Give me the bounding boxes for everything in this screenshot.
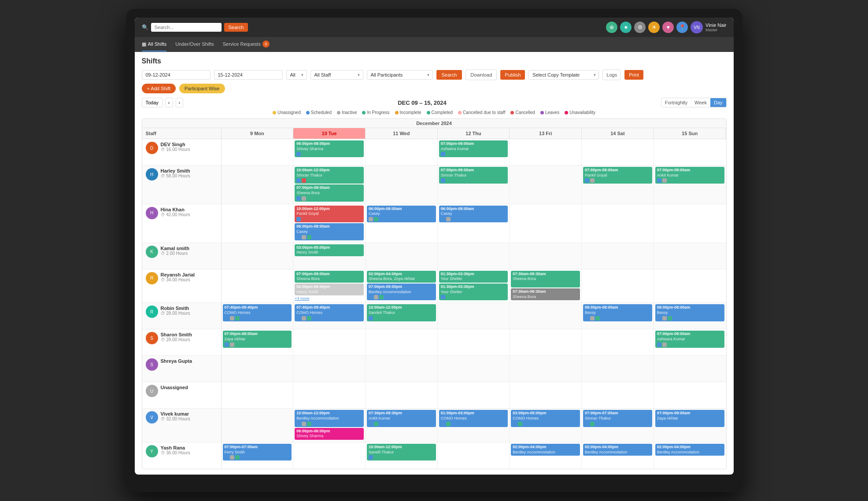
day-cell-thu[interactable]: 07:00pm-09:00amSimran Thakur	[438, 166, 510, 204]
day-cell-sat[interactable]	[582, 243, 654, 269]
day-cell-fri[interactable]	[510, 303, 582, 329]
day-cell-mon[interactable]	[222, 139, 294, 165]
shift-block[interactable]: 01:00pm-03:00pmCOMO Homes	[439, 410, 508, 427]
date-to-input[interactable]	[214, 70, 283, 80]
day-cell-wed[interactable]	[366, 243, 438, 269]
day-cell-sat[interactable]: 09:00pm-08:00amBessy	[582, 303, 654, 329]
shift-block[interactable]: 04:00pm-06:00pmHenry Smith	[295, 284, 364, 295]
day-cell-thu[interactable]: 01:00pm-03:00pmCOMO Homes	[438, 409, 510, 442]
copy-template-select[interactable]: Select Copy Template	[528, 70, 599, 80]
logs-button[interactable]: Logs	[602, 70, 621, 80]
day-cell-mon[interactable]	[222, 204, 294, 243]
view-fortnightly[interactable]: Fortnightly	[661, 98, 691, 107]
day-cell-sun[interactable]	[654, 139, 726, 165]
day-cell-tue[interactable]: 03:00pm-05:00pmHenry Smith	[293, 243, 366, 269]
shift-block[interactable]: 02:00pm-04:00pmBentley Accommodation	[655, 444, 725, 456]
day-cell-mon[interactable]	[222, 269, 294, 303]
day-cell-fri[interactable]: 02:00pm-04:00pmBentley Accommodation	[510, 442, 582, 469]
day-cell-mon[interactable]: 07:40pm-09:40pmCOMO Homes	[222, 303, 294, 329]
shift-block[interactable]: 07:00pm-07:00amSimran Thakur	[583, 410, 652, 427]
day-cell-tue[interactable]: 06:00pm-08:00pmShivey Sharma	[293, 139, 366, 165]
day-cell-mon[interactable]: 07:00pm-08:00amZaya Akhtar	[222, 329, 294, 355]
shift-block[interactable]: 06:00pm-08:00amCasey	[367, 206, 436, 222]
shift-block[interactable]: 07:00pm-09:00amSimran Thakur	[439, 167, 508, 184]
day-cell-mon[interactable]	[222, 382, 294, 408]
shift-block[interactable]: 03:00pm-05:00pmHenry Smith	[295, 244, 364, 256]
shift-block[interactable]: 07:00pm-07:00amFerry Smith	[223, 444, 292, 460]
day-cell-mon[interactable]	[222, 356, 294, 382]
day-cell-tue[interactable]: 10:00am-12:00pmSimran Thakur07:00pm-09:0…	[293, 166, 366, 204]
shift-block[interactable]: 06:00pm-08:00pmShivey Sharma	[295, 140, 364, 157]
day-cell-tue[interactable]: 07:40pm-09:40pmCOMO Homes	[293, 303, 366, 329]
day-cell-sun[interactable]: 02:00pm-04:00pmBentley Accommodation	[654, 442, 726, 469]
day-cell-thu[interactable]	[438, 303, 510, 329]
day-cell-wed[interactable]	[366, 382, 438, 408]
shift-block[interactable]: 02:00pm-04:00pmBentley Accommodation	[511, 444, 580, 456]
nav-icon-2[interactable]: ★	[620, 22, 632, 33]
nav-icon-3[interactable]: ⚙	[634, 22, 646, 33]
day-cell-sat[interactable]	[582, 329, 654, 355]
shift-block[interactable]: 07:00pm-09:00amSheena Bora	[295, 271, 364, 283]
all-select[interactable]: All	[286, 70, 307, 80]
publish-button[interactable]: Publish	[500, 70, 525, 80]
day-cell-thu[interactable]: 07:00pm-09:00amAshwera Kumar	[438, 139, 510, 165]
shift-block[interactable]: 07:00pm-09:00amAshwera Kumar	[439, 140, 508, 157]
shift-block[interactable]: 02:00pm-04:00pmBentley Accommodation	[583, 444, 652, 456]
day-cell-sat[interactable]: 02:00pm-04:00pmBentley Accommodation	[582, 442, 654, 469]
day-cell-tue[interactable]	[293, 382, 366, 408]
day-cell-fri[interactable]	[510, 382, 582, 408]
day-cell-wed[interactable]: 06:00pm-08:00amCasey	[366, 204, 438, 243]
day-cell-wed[interactable]	[366, 329, 438, 355]
shift-block[interactable]: 07:00pm-09:00amZaya Akhtar	[655, 410, 725, 427]
day-cell-sat[interactable]	[582, 382, 654, 408]
day-cell-fri[interactable]: 07:30am-09:30amSheena Bora07:30am-09:30a…	[510, 269, 582, 303]
day-cell-sun[interactable]	[654, 269, 726, 303]
participant-wise-button[interactable]: Participant Wise	[179, 84, 225, 93]
day-cell-fri[interactable]	[510, 356, 582, 382]
day-cell-wed[interactable]	[366, 356, 438, 382]
shift-block[interactable]: 07:40pm-09:40pmCOMO Homes	[223, 304, 292, 321]
day-cell-thu[interactable]	[438, 329, 510, 355]
day-cell-mon[interactable]: 07:00pm-07:00amFerry Smith	[222, 442, 294, 469]
print-button[interactable]: Print	[624, 70, 643, 80]
shift-block[interactable]: 10:00am-12:00pmPankil Goyal	[295, 206, 364, 222]
day-cell-sun[interactable]: 09:00pm-08:00amBessy	[654, 303, 726, 329]
view-day[interactable]: Day	[710, 98, 726, 107]
staff-select[interactable]: All Staff	[310, 70, 363, 80]
shift-block[interactable]: 06:00pm-06:00pmShivey Sharma	[295, 428, 364, 440]
day-cell-wed[interactable]: 07:30pm-09:30pmAnkit Kumar	[366, 409, 438, 442]
day-cell-tue[interactable]: 07:00pm-09:00amSheena Bora04:00pm-06:00p…	[293, 269, 366, 303]
day-cell-sun[interactable]	[654, 204, 726, 243]
day-cell-sat[interactable]	[582, 356, 654, 382]
day-cell-tue[interactable]: 10:00am-12:00pmPankil Goyal06:00pm-08:00…	[293, 204, 366, 243]
nav-icon-1[interactable]: ⊕	[606, 22, 617, 33]
shift-block[interactable]: 07:40pm-09:40pmCOMO Homes	[295, 304, 364, 321]
day-cell-mon[interactable]	[222, 243, 294, 269]
day-cell-sun[interactable]: 07:00pm-09:00amZaya Akhtar	[654, 409, 726, 442]
day-cell-tue[interactable]	[293, 329, 366, 355]
shift-block[interactable]: 06:00pm-08:00amCasey	[295, 223, 364, 240]
day-cell-tue[interactable]	[293, 442, 366, 469]
participants-select[interactable]: All Participants	[367, 70, 433, 80]
shift-block[interactable]: 01:30pm-03:30pmYour Shelter	[439, 284, 508, 300]
day-cell-tue[interactable]: 10:00am-12:00pmBentley Accommodation06:0…	[293, 409, 366, 442]
today-button[interactable]: Today	[142, 98, 163, 107]
nav-icon-5[interactable]: ♥	[662, 22, 674, 33]
shift-block[interactable]: 07:00pm-09:00pmBentley Accommodation	[367, 284, 436, 300]
day-cell-wed[interactable]	[366, 139, 438, 165]
shift-block[interactable]: 09:00pm-08:00amBessy	[583, 304, 652, 321]
nav-icon-6[interactable]: 📍	[676, 22, 688, 33]
shift-block[interactable]: 07:00pm-09:00amAshwara Kumar	[655, 331, 725, 347]
subnav-under-over[interactable]: Under/Over Shifts	[175, 38, 214, 51]
day-cell-thu[interactable]	[438, 382, 510, 408]
day-cell-sat[interactable]	[582, 139, 654, 165]
day-cell-thu[interactable]	[438, 356, 510, 382]
day-cell-fri[interactable]	[510, 139, 582, 165]
day-cell-fri[interactable]	[510, 329, 582, 355]
day-cell-sun[interactable]: 07:00pm-09:00amAshwara Kumar	[654, 329, 726, 355]
shift-block[interactable]: 09:00pm-08:00amBessy	[655, 304, 725, 321]
day-cell-thu[interactable]: 06:00pm-08:00amCasey	[438, 204, 510, 243]
day-cell-wed[interactable]	[366, 166, 438, 204]
user-avatar[interactable]: VN	[691, 21, 703, 33]
day-cell-thu[interactable]	[438, 243, 510, 269]
